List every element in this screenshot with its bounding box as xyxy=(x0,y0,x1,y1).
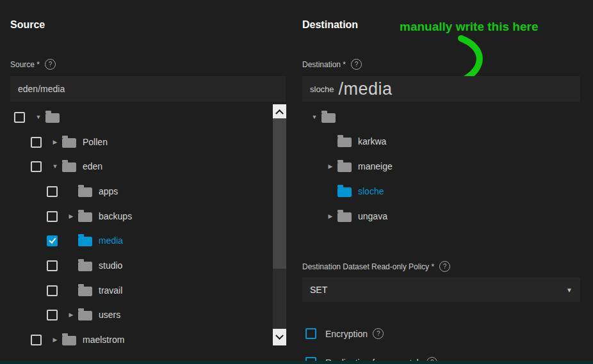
tree-row-studio[interactable]: studio xyxy=(10,253,270,278)
folder-icon xyxy=(337,162,352,172)
source-field-label: Source * xyxy=(10,60,40,69)
checkbox[interactable] xyxy=(31,335,42,345)
checkbox[interactable] xyxy=(14,112,25,123)
tree-item-label[interactable]: apps xyxy=(99,186,118,196)
folder-icon xyxy=(45,113,60,123)
tree-item-label[interactable]: ungava xyxy=(358,211,387,221)
source-input[interactable]: eden/media xyxy=(10,76,286,102)
help-icon[interactable] xyxy=(439,261,450,272)
encryption-checkbox[interactable] xyxy=(305,328,316,339)
folder-icon xyxy=(78,262,92,271)
tree-row-karkwa[interactable]: karkwa xyxy=(302,129,564,154)
tree-item-label[interactable]: Pollen xyxy=(83,137,108,147)
destination-input-appended: /media xyxy=(339,79,393,99)
destination-input-existing: sloche xyxy=(310,84,334,94)
tree-row-root[interactable] xyxy=(10,105,270,129)
destination-tree: karkwa maneige sloche ungava xyxy=(302,104,580,232)
help-icon[interactable] xyxy=(351,59,362,70)
folder-icon xyxy=(321,113,336,123)
tree-row-maneige[interactable]: maneige xyxy=(302,154,564,178)
folder-icon xyxy=(78,287,92,296)
checkbox[interactable] xyxy=(47,186,58,197)
scroll-down-button[interactable] xyxy=(273,329,286,345)
readonly-policy-label: Destination Dataset Read-only Policy * xyxy=(302,262,434,271)
help-icon[interactable] xyxy=(45,59,56,70)
tree-row-users[interactable]: users xyxy=(10,303,270,327)
folder-icon xyxy=(62,336,76,345)
source-panel-title: Source xyxy=(10,19,45,31)
checkbox[interactable] xyxy=(47,211,58,222)
tree-row-pollen[interactable]: Pollen xyxy=(10,130,270,154)
destination-panel-title: Destination xyxy=(302,19,358,31)
tree-item-label[interactable]: karkwa xyxy=(358,136,386,146)
footer-strip xyxy=(0,361,593,364)
chevron-down-icon xyxy=(275,331,284,340)
scroll-up-button[interactable] xyxy=(273,104,286,118)
folder-icon xyxy=(337,138,352,147)
checkbox[interactable] xyxy=(47,260,58,271)
chevron-down-icon[interactable] xyxy=(31,114,45,120)
checkbox[interactable] xyxy=(47,310,58,320)
destination-input[interactable]: sloche /media xyxy=(302,76,580,102)
chevron-right-icon[interactable] xyxy=(323,213,337,219)
scrollbar[interactable] xyxy=(273,104,286,345)
folder-icon xyxy=(78,187,92,197)
dropdown-caret-icon xyxy=(566,287,573,294)
replication-wizard-screen: { "annotation": { "text": "manually writ… xyxy=(0,0,593,364)
tree-item-label[interactable]: travail xyxy=(99,285,122,296)
checkbox-checked[interactable] xyxy=(47,235,58,246)
tree-item-label[interactable]: studio xyxy=(99,260,122,271)
tree-item-label[interactable]: maelstrom xyxy=(83,335,124,345)
folder-icon xyxy=(78,212,92,222)
chevron-right-icon[interactable] xyxy=(48,336,62,343)
folder-icon xyxy=(78,311,92,320)
folder-icon xyxy=(62,138,76,148)
readonly-policy-value: SET xyxy=(310,285,327,295)
source-tree: Pollen eden apps backups media xyxy=(10,104,286,345)
chevron-up-icon xyxy=(275,109,284,117)
encryption-label: Encryption xyxy=(325,329,368,339)
tree-item-label[interactable]: sloche xyxy=(358,186,384,196)
scrollbar-thumb[interactable] xyxy=(273,118,286,269)
tree-row-travail[interactable]: travail xyxy=(10,278,270,303)
tree-row-apps[interactable]: apps xyxy=(10,179,270,203)
help-icon[interactable] xyxy=(373,328,384,339)
checkbox[interactable] xyxy=(31,161,42,172)
chevron-down-icon[interactable] xyxy=(48,163,62,170)
checkbox[interactable] xyxy=(31,137,42,148)
chevron-right-icon[interactable] xyxy=(64,312,78,318)
folder-icon xyxy=(337,187,352,197)
tree-row-media[interactable]: media xyxy=(10,228,270,253)
tree-row-ungava[interactable]: ungava xyxy=(302,204,564,228)
tree-row-backups[interactable]: backups xyxy=(10,204,270,228)
chevron-down-icon[interactable] xyxy=(307,114,321,120)
source-input-value: eden/media xyxy=(18,84,65,94)
chevron-right-icon[interactable] xyxy=(64,213,78,219)
encryption-row[interactable]: Encryption xyxy=(305,328,384,339)
tree-row-eden[interactable]: eden xyxy=(10,154,270,178)
destination-field-label: Destination * xyxy=(302,60,346,69)
tree-item-label[interactable]: users xyxy=(99,310,120,320)
source-panel: Source Source * eden/media Pollen eden xyxy=(0,0,296,364)
chevron-right-icon[interactable] xyxy=(323,163,337,170)
folder-icon xyxy=(78,237,92,246)
tree-row-maelstrom[interactable]: maelstrom xyxy=(10,328,270,345)
folder-icon xyxy=(62,162,76,172)
checkbox[interactable] xyxy=(47,285,58,296)
tree-item-label[interactable]: media xyxy=(99,235,123,246)
tree-item-label[interactable]: eden xyxy=(83,161,102,171)
tree-row-root[interactable] xyxy=(302,105,564,129)
chevron-right-icon[interactable] xyxy=(48,139,62,145)
handwritten-annotation: manually write this here xyxy=(400,20,538,34)
folder-icon xyxy=(337,212,352,222)
tree-item-label[interactable]: backups xyxy=(99,211,132,221)
tree-row-sloche[interactable]: sloche xyxy=(302,179,564,203)
tree-item-label[interactable]: maneige xyxy=(358,161,393,171)
readonly-policy-select[interactable]: SET xyxy=(302,278,580,302)
